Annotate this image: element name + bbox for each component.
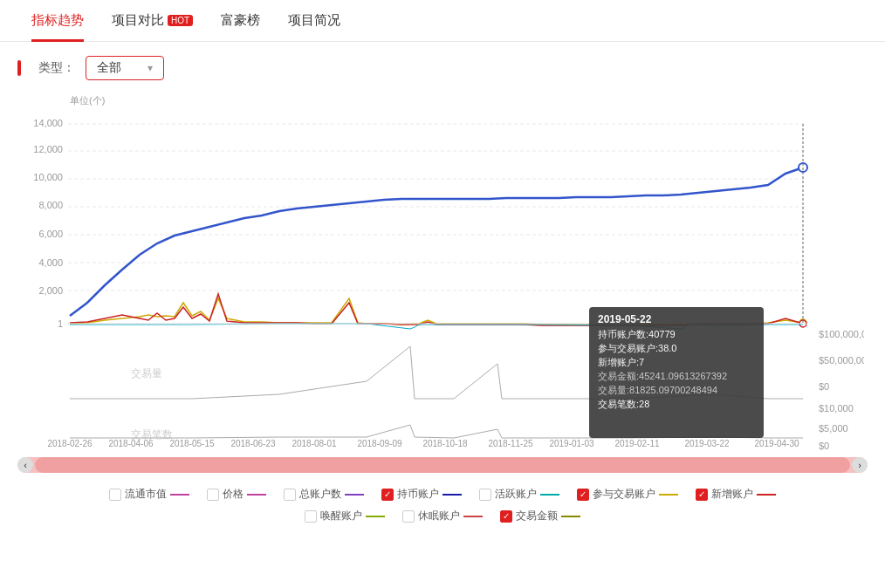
scrollbar-track[interactable]: [35, 457, 850, 473]
legend-checkbox-total-accounts[interactable]: [284, 489, 296, 501]
legend-line-dormant-accounts: [366, 516, 385, 517]
type-select[interactable]: 全部 ▾: [86, 56, 164, 80]
chart-svg-wrapper: 14,000 12,000 10,000 8,000 6,000 4,000 2…: [17, 111, 868, 454]
legend-total-accounts[interactable]: 总账户数: [284, 487, 364, 502]
svg-text:$10,000: $10,000: [819, 403, 854, 414]
legend-label-dormant-accounts: 唤醒账户: [320, 509, 362, 523]
legend-checkbox-sleep-accounts[interactable]: [402, 510, 415, 523]
svg-text:$100,000,000: $100,000,000: [819, 329, 864, 339]
legend-label-circulation: 流通市值: [125, 487, 167, 502]
svg-text:14,000: 14,000: [33, 118, 63, 128]
filter-bar: 类型： 全部 ▾: [0, 42, 885, 94]
svg-text:2018-04-06: 2018-04-06: [108, 439, 154, 448]
legend-line-tx-accounts: [659, 494, 678, 496]
legend-line-tx-amount: [561, 516, 580, 517]
chart-container: 单位(个) 14,000 12,000 10,000 8,000 6,000 4…: [0, 94, 885, 454]
nav-project-compare[interactable]: 项目对比 HOT: [98, 0, 207, 42]
svg-text:持币账户数:40779: 持币账户数:40779: [598, 329, 676, 339]
svg-text:新增账户:7: 新增账户:7: [598, 357, 644, 367]
main-chart: 14,000 12,000 10,000 8,000 6,000 4,000 2…: [17, 111, 864, 451]
svg-text:交易笔数:28: 交易笔数:28: [598, 399, 649, 409]
legend-tx-accounts[interactable]: ✓ 参与交易账户: [577, 487, 678, 502]
svg-text:$5,000: $5,000: [819, 423, 848, 434]
legend-checkbox-circulation[interactable]: [109, 489, 121, 501]
svg-text:2018-06-23: 2018-06-23: [230, 439, 276, 448]
nav-rich-list[interactable]: 富豪榜: [207, 0, 274, 42]
svg-text:8,000: 8,000: [38, 200, 63, 210]
legend-checkbox-price[interactable]: [207, 489, 219, 501]
legend-row-2: 唤醒账户 休眠账户 ✓ 交易金额: [0, 505, 885, 534]
legend-dormant-accounts[interactable]: 唤醒账户: [305, 509, 385, 523]
svg-text:$0: $0: [819, 381, 829, 392]
svg-text:2,000: 2,000: [38, 285, 63, 296]
legend-line-coin-accounts: [442, 494, 462, 496]
svg-text:参与交易账户:38.0: 参与交易账户:38.0: [598, 343, 676, 353]
legend-coin-accounts[interactable]: ✓ 持币账户: [381, 487, 462, 502]
legend-line-circulation: [170, 494, 189, 496]
svg-text:12,000: 12,000: [33, 144, 63, 154]
legend-checkbox-new-accounts[interactable]: ✓: [696, 489, 708, 501]
legend-checkbox-tx-accounts[interactable]: ✓: [577, 489, 589, 501]
top-nav: 指标趋势 项目对比 HOT 富豪榜 项目简况: [0, 0, 885, 42]
legend-sleep-accounts[interactable]: 休眠账户: [402, 509, 483, 523]
legend-label-sleep-accounts: 休眠账户: [418, 509, 460, 523]
svg-text:4,000: 4,000: [38, 257, 63, 268]
legend-new-accounts[interactable]: ✓ 新增账户: [696, 487, 776, 502]
svg-text:2019-05-22: 2019-05-22: [598, 313, 652, 325]
svg-text:2018-09-09: 2018-09-09: [357, 439, 402, 448]
svg-text:2018-08-01: 2018-08-01: [292, 439, 337, 448]
legend-label-coin-accounts: 持币账户: [397, 487, 439, 502]
svg-text:2019-02-11: 2019-02-11: [614, 439, 660, 448]
svg-text:$50,000,000: $50,000,000: [819, 355, 864, 366]
svg-text:1: 1: [58, 318, 63, 329]
svg-text:10,000: 10,000: [33, 172, 63, 182]
svg-text:交易量:81825.09700248494: 交易量:81825.09700248494: [598, 385, 717, 395]
legend-line-price: [247, 494, 266, 496]
scrollbar-handle[interactable]: [35, 457, 850, 473]
chevron-down-icon: ▾: [148, 62, 153, 74]
scroll-right-arrow[interactable]: ›: [852, 457, 868, 473]
y-axis-label: 单位(个): [70, 94, 868, 107]
hot-badge: HOT: [168, 15, 193, 26]
svg-text:2018-02-26: 2018-02-26: [47, 439, 93, 448]
legend-active-accounts[interactable]: 活跃账户: [479, 487, 559, 502]
legend-checkbox-dormant-accounts[interactable]: [305, 510, 317, 523]
legend-tx-amount[interactable]: ✓ 交易金额: [500, 509, 580, 523]
legend-checkbox-coin-accounts[interactable]: ✓: [381, 489, 394, 501]
legend-label-tx-accounts: 参与交易账户: [593, 487, 655, 502]
svg-text:6,000: 6,000: [38, 229, 63, 239]
legend-checkbox-tx-amount[interactable]: ✓: [500, 510, 512, 523]
legend-line-sleep-accounts: [463, 516, 483, 517]
svg-text:2018-05-15: 2018-05-15: [169, 439, 215, 448]
svg-text:2019-01-03: 2019-01-03: [549, 439, 594, 448]
nav-project-overview[interactable]: 项目简况: [274, 0, 354, 42]
legend-label-new-accounts: 新增账户: [711, 487, 753, 502]
svg-text:$0: $0: [819, 441, 829, 451]
legend-line-total-accounts: [345, 494, 364, 496]
type-label: 类型：: [38, 60, 75, 76]
legend-label-tx-amount: 交易金额: [516, 509, 558, 523]
legend-checkbox-active-accounts[interactable]: [479, 489, 491, 501]
scroll-left-arrow[interactable]: ‹: [17, 457, 33, 473]
legend-line-active-accounts: [540, 494, 559, 496]
nav-indicator-trend[interactable]: 指标趋势: [17, 0, 98, 42]
svg-text:2018-10-18: 2018-10-18: [422, 439, 468, 448]
svg-text:交易金额:45241.09613267392: 交易金额:45241.09613267392: [598, 371, 727, 381]
legend-row-1: 流通市值 价格 总账户数 ✓ 持币账户 活跃账户 ✓ 参与交易账户 ✓ 新增账户: [0, 483, 885, 505]
svg-text:交易量: 交易量: [131, 367, 162, 379]
legend-label-price: 价格: [223, 487, 244, 502]
legend-label-active-accounts: 活跃账户: [495, 487, 537, 502]
legend-price[interactable]: 价格: [207, 487, 266, 502]
legend-circulation[interactable]: 流通市值: [109, 487, 189, 502]
legend-label-total-accounts: 总账户数: [299, 487, 341, 502]
svg-text:2019-03-22: 2019-03-22: [684, 439, 730, 448]
chart-scrollbar: ‹ ›: [17, 457, 868, 473]
svg-text:2018-11-25: 2018-11-25: [488, 439, 533, 448]
legend-line-new-accounts: [757, 494, 776, 496]
svg-text:2019-04-30: 2019-04-30: [754, 439, 799, 448]
